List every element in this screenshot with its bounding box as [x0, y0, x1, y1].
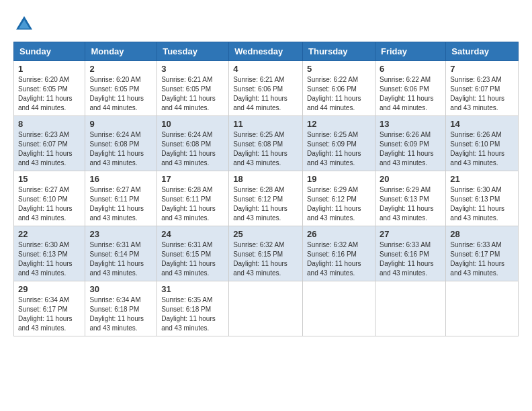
cell-content: Sunrise: 6:29 AM Sunset: 6:13 PM Dayligh… [380, 186, 434, 222]
cell-content: Sunrise: 6:26 AM Sunset: 6:10 PM Dayligh… [450, 131, 504, 167]
cell-content: Sunrise: 6:22 AM Sunset: 6:06 PM Dayligh… [380, 76, 434, 111]
calendar-week-row: 8 Sunrise: 6:23 AM Sunset: 6:07 PM Dayli… [14, 116, 519, 171]
cell-content: Sunrise: 6:28 AM Sunset: 6:12 PM Dayligh… [233, 186, 287, 222]
calendar-cell: 7 Sunrise: 6:23 AM Sunset: 6:07 PM Dayli… [446, 61, 519, 116]
calendar-week-row: 15 Sunrise: 6:27 AM Sunset: 6:10 PM Dayl… [14, 171, 519, 226]
day-number: 5 [307, 64, 371, 74]
cell-content: Sunrise: 6:29 AM Sunset: 6:12 PM Dayligh… [307, 186, 361, 222]
calendar-week-row: 29 Sunrise: 6:34 AM Sunset: 6:17 PM Dayl… [14, 281, 519, 336]
calendar-cell: 23 Sunrise: 6:31 AM Sunset: 6:14 PM Dayl… [85, 226, 157, 281]
day-number: 18 [233, 174, 298, 184]
calendar-week-row: 1 Sunrise: 6:20 AM Sunset: 6:05 PM Dayli… [14, 61, 519, 116]
cell-content: Sunrise: 6:34 AM Sunset: 6:17 PM Dayligh… [18, 296, 73, 332]
calendar-table: SundayMondayTuesdayWednesdayThursdayFrid… [13, 42, 519, 336]
calendar-cell: 19 Sunrise: 6:29 AM Sunset: 6:12 PM Dayl… [303, 171, 375, 226]
day-number: 4 [233, 64, 298, 74]
day-number: 28 [450, 229, 514, 239]
cell-content: Sunrise: 6:32 AM Sunset: 6:16 PM Dayligh… [307, 241, 361, 277]
calendar-cell: 31 Sunrise: 6:35 AM Sunset: 6:18 PM Dayl… [157, 281, 229, 336]
day-header-thursday: Thursday [303, 42, 375, 61]
cell-content: Sunrise: 6:21 AM Sunset: 6:06 PM Dayligh… [233, 76, 287, 111]
page-header [13, 13, 519, 35]
calendar-cell [229, 281, 303, 336]
day-header-sunday: Sunday [14, 42, 85, 61]
day-number: 30 [89, 284, 152, 294]
day-number: 11 [233, 119, 298, 129]
calendar-cell: 5 Sunrise: 6:22 AM Sunset: 6:06 PM Dayli… [303, 61, 375, 116]
day-number: 17 [161, 174, 224, 184]
cell-content: Sunrise: 6:31 AM Sunset: 6:14 PM Dayligh… [89, 241, 144, 277]
calendar-cell: 6 Sunrise: 6:22 AM Sunset: 6:06 PM Dayli… [375, 61, 445, 116]
day-number: 26 [307, 229, 371, 239]
day-number: 14 [450, 119, 514, 129]
day-number: 29 [18, 284, 81, 294]
calendar-cell: 2 Sunrise: 6:20 AM Sunset: 6:05 PM Dayli… [85, 61, 157, 116]
calendar-week-row: 22 Sunrise: 6:30 AM Sunset: 6:13 PM Dayl… [14, 226, 519, 281]
calendar-cell: 16 Sunrise: 6:27 AM Sunset: 6:11 PM Dayl… [85, 171, 157, 226]
calendar-cell: 20 Sunrise: 6:29 AM Sunset: 6:13 PM Dayl… [375, 171, 445, 226]
cell-content: Sunrise: 6:21 AM Sunset: 6:05 PM Dayligh… [161, 76, 216, 111]
cell-content: Sunrise: 6:20 AM Sunset: 6:05 PM Dayligh… [18, 76, 73, 111]
day-number: 16 [89, 174, 152, 184]
day-number: 19 [307, 174, 371, 184]
day-number: 31 [161, 284, 224, 294]
calendar-cell [375, 281, 445, 336]
calendar-cell: 11 Sunrise: 6:25 AM Sunset: 6:08 PM Dayl… [229, 116, 303, 171]
calendar-cell: 12 Sunrise: 6:25 AM Sunset: 6:09 PM Dayl… [303, 116, 375, 171]
cell-content: Sunrise: 6:25 AM Sunset: 6:08 PM Dayligh… [233, 131, 287, 167]
calendar-cell: 10 Sunrise: 6:24 AM Sunset: 6:08 PM Dayl… [157, 116, 229, 171]
day-number: 6 [380, 64, 441, 74]
day-number: 12 [307, 119, 371, 129]
calendar-cell: 18 Sunrise: 6:28 AM Sunset: 6:12 PM Dayl… [229, 171, 303, 226]
day-number: 25 [233, 229, 298, 239]
calendar-cell: 4 Sunrise: 6:21 AM Sunset: 6:06 PM Dayli… [229, 61, 303, 116]
day-header-wednesday: Wednesday [229, 42, 303, 61]
day-header-tuesday: Tuesday [157, 42, 229, 61]
day-header-friday: Friday [375, 42, 445, 61]
cell-content: Sunrise: 6:26 AM Sunset: 6:09 PM Dayligh… [380, 131, 434, 167]
day-number: 24 [161, 229, 224, 239]
cell-content: Sunrise: 6:24 AM Sunset: 6:08 PM Dayligh… [89, 131, 144, 167]
cell-content: Sunrise: 6:24 AM Sunset: 6:08 PM Dayligh… [161, 131, 216, 167]
calendar-cell: 1 Sunrise: 6:20 AM Sunset: 6:05 PM Dayli… [14, 61, 85, 116]
cell-content: Sunrise: 6:27 AM Sunset: 6:10 PM Dayligh… [18, 186, 73, 222]
day-number: 10 [161, 119, 224, 129]
day-header-saturday: Saturday [446, 42, 519, 61]
day-header-monday: Monday [85, 42, 157, 61]
calendar-cell: 22 Sunrise: 6:30 AM Sunset: 6:13 PM Dayl… [14, 226, 85, 281]
calendar-cell: 27 Sunrise: 6:33 AM Sunset: 6:16 PM Dayl… [375, 226, 445, 281]
cell-content: Sunrise: 6:33 AM Sunset: 6:16 PM Dayligh… [380, 241, 434, 277]
calendar-cell: 24 Sunrise: 6:31 AM Sunset: 6:15 PM Dayl… [157, 226, 229, 281]
day-number: 9 [89, 119, 152, 129]
calendar-cell: 29 Sunrise: 6:34 AM Sunset: 6:17 PM Dayl… [14, 281, 85, 336]
logo-icon [13, 13, 35, 35]
cell-content: Sunrise: 6:23 AM Sunset: 6:07 PM Dayligh… [450, 76, 504, 111]
day-number: 21 [450, 174, 514, 184]
day-number: 7 [450, 64, 514, 74]
day-number: 1 [18, 64, 81, 74]
calendar-cell: 15 Sunrise: 6:27 AM Sunset: 6:10 PM Dayl… [14, 171, 85, 226]
calendar-cell: 30 Sunrise: 6:34 AM Sunset: 6:18 PM Dayl… [85, 281, 157, 336]
calendar-cell: 9 Sunrise: 6:24 AM Sunset: 6:08 PM Dayli… [85, 116, 157, 171]
calendar-cell: 28 Sunrise: 6:33 AM Sunset: 6:17 PM Dayl… [446, 226, 519, 281]
day-number: 8 [18, 119, 81, 129]
day-number: 23 [89, 229, 152, 239]
calendar-cell: 13 Sunrise: 6:26 AM Sunset: 6:09 PM Dayl… [375, 116, 445, 171]
day-number: 13 [380, 119, 441, 129]
calendar-cell [446, 281, 519, 336]
day-number: 27 [380, 229, 441, 239]
calendar-cell: 25 Sunrise: 6:32 AM Sunset: 6:15 PM Dayl… [229, 226, 303, 281]
cell-content: Sunrise: 6:35 AM Sunset: 6:18 PM Dayligh… [161, 296, 216, 332]
cell-content: Sunrise: 6:27 AM Sunset: 6:11 PM Dayligh… [89, 186, 144, 222]
cell-content: Sunrise: 6:34 AM Sunset: 6:18 PM Dayligh… [89, 296, 144, 332]
cell-content: Sunrise: 6:32 AM Sunset: 6:15 PM Dayligh… [233, 241, 287, 277]
calendar-header-row: SundayMondayTuesdayWednesdayThursdayFrid… [14, 42, 519, 61]
calendar-cell: 8 Sunrise: 6:23 AM Sunset: 6:07 PM Dayli… [14, 116, 85, 171]
cell-content: Sunrise: 6:30 AM Sunset: 6:13 PM Dayligh… [450, 186, 504, 222]
calendar-cell [303, 281, 375, 336]
cell-content: Sunrise: 6:20 AM Sunset: 6:05 PM Dayligh… [89, 76, 144, 111]
calendar-cell: 14 Sunrise: 6:26 AM Sunset: 6:10 PM Dayl… [446, 116, 519, 171]
day-number: 22 [18, 229, 81, 239]
cell-content: Sunrise: 6:33 AM Sunset: 6:17 PM Dayligh… [450, 241, 504, 277]
calendar-cell: 26 Sunrise: 6:32 AM Sunset: 6:16 PM Dayl… [303, 226, 375, 281]
